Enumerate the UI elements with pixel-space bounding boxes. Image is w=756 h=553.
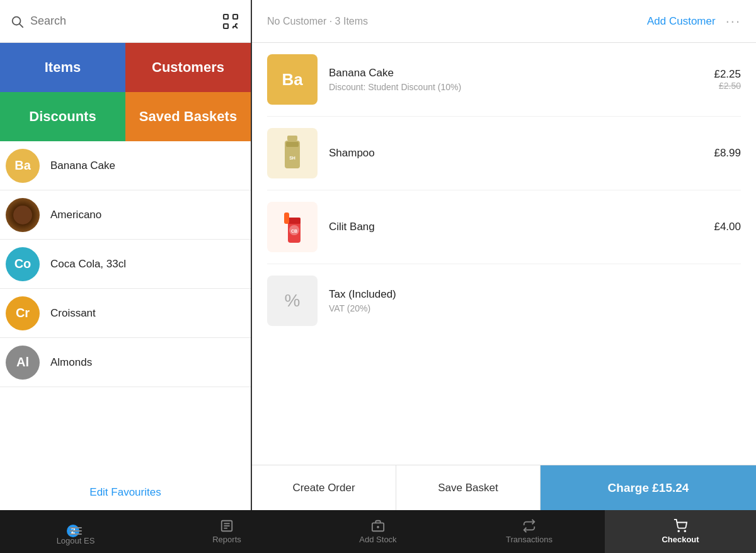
save-basket-button[interactable]: Save Basket: [396, 465, 541, 510]
more-options-button[interactable]: ···: [726, 13, 741, 30]
order-item-price: £4.00: [714, 221, 741, 233]
transactions-icon: [522, 519, 536, 535]
svg-line-1: [20, 24, 23, 27]
order-item-image: %: [267, 276, 318, 326]
nav-item-reports[interactable]: Reports: [151, 510, 302, 553]
item-name: Coca Cola, 33cl: [45, 258, 126, 271]
svg-text:CB: CB: [291, 229, 297, 233]
right-panel: No Customer · 3 Items Add Customer ··· B…: [252, 0, 756, 510]
price-original: £2.50: [714, 81, 741, 91]
coffee-icon: [6, 198, 40, 232]
reports-icon: [220, 519, 234, 535]
item-name: Banana Cake: [45, 160, 115, 172]
order-item-image: SH: [267, 128, 318, 178]
app: Items Customers Discounts Saved Baskets: [0, 0, 756, 553]
order-item-name: Shampoo: [329, 147, 702, 160]
price-current: £2.25: [714, 68, 741, 81]
item-thumb: [0, 190, 45, 240]
svg-point-28: [684, 530, 685, 532]
charge-button[interactable]: Charge £15.24: [541, 465, 756, 510]
menu-icon: [69, 527, 82, 535]
svg-rect-16: [288, 218, 301, 224]
scan-icon[interactable]: [220, 11, 241, 32]
header-actions: Add Customer ···: [647, 13, 741, 30]
order-item[interactable]: CB Cilit Bang £4.00: [267, 190, 741, 264]
list-item[interactable]: Ba Banana Cake: [0, 141, 251, 190]
order-item[interactable]: SH Shampoo £8.99: [267, 117, 741, 190]
checkout-icon: [673, 519, 687, 535]
order-item[interactable]: Ba Banana Cake Discount: Student Discoun…: [267, 43, 741, 117]
order-item-image: Ba: [267, 54, 318, 105]
list-item[interactable]: Cr Croissant: [0, 289, 251, 338]
price-current: £4.00: [714, 221, 741, 233]
item-thumb: Cr: [0, 289, 45, 338]
right-header: No Customer · 3 Items Add Customer ···: [252, 0, 756, 43]
banana-avatar: Ba: [6, 149, 40, 183]
item-name: Almonds: [45, 356, 92, 369]
svg-rect-3: [233, 15, 238, 19]
item-thumb: Co: [0, 240, 45, 289]
add-customer-button[interactable]: Add Customer: [647, 15, 716, 28]
order-item-name: Tax (Included): [329, 288, 741, 301]
coca-avatar: Co: [6, 247, 40, 281]
svg-rect-11: [287, 136, 297, 141]
edit-favourites-button[interactable]: Edit Favourites: [0, 475, 251, 510]
search-icon: [10, 15, 24, 28]
create-order-button[interactable]: Create Order: [252, 465, 396, 510]
action-bar: Create Order Save Basket Charge £15.24: [252, 465, 756, 510]
order-item: % Tax (Included) VAT (20%): [267, 264, 741, 337]
category-items[interactable]: Items: [0, 43, 125, 92]
svg-point-27: [678, 530, 679, 532]
svg-text:SH: SH: [289, 156, 295, 160]
svg-rect-13: [286, 142, 299, 147]
nav-item-add-stock[interactable]: Add Stock: [302, 510, 454, 553]
search-input[interactable]: [30, 15, 214, 28]
add-stock-icon: [371, 519, 385, 535]
order-item-name: Cilit Bang: [329, 221, 702, 233]
main-content: Items Customers Discounts Saved Baskets: [0, 0, 756, 510]
order-item-price: £2.25 £2.50: [714, 68, 741, 91]
order-item-details: Shampoo: [329, 147, 702, 160]
order-info: No Customer · 3 Items: [267, 16, 368, 27]
nav-item-checkout[interactable]: Checkout: [605, 510, 756, 553]
search-bar: [0, 0, 251, 43]
croissant-avatar: Cr: [6, 296, 40, 330]
order-item-details: Tax (Included) VAT (20%): [329, 288, 741, 313]
nav-item-transactions[interactable]: Transactions: [454, 510, 605, 553]
item-list: Ba Banana Cake Americano: [0, 141, 251, 475]
order-item-image: CB: [267, 202, 318, 252]
list-item[interactable]: Al Almonds: [0, 338, 251, 387]
order-item-price: £8.99: [714, 147, 741, 160]
category-saved-baskets[interactable]: Saved Baskets: [125, 92, 251, 141]
order-item-subtitle: Discount: Student Discount (10%): [329, 82, 702, 92]
almonds-avatar: Al: [6, 346, 40, 380]
list-item[interactable]: Americano: [0, 190, 251, 240]
svg-rect-17: [284, 212, 289, 224]
nav-item-logout[interactable]: 2 Logout ES: [0, 510, 151, 553]
item-thumb: Ba: [0, 141, 45, 190]
order-item-name: Banana Cake: [329, 67, 702, 79]
order-items: Ba Banana Cake Discount: Student Discoun…: [252, 43, 756, 465]
category-discounts[interactable]: Discounts: [0, 92, 125, 141]
list-item[interactable]: Co Coca Cola, 33cl: [0, 240, 251, 289]
left-panel: Items Customers Discounts Saved Baskets: [0, 0, 252, 510]
category-grid: Items Customers Discounts Saved Baskets: [0, 43, 251, 141]
svg-line-8: [236, 26, 238, 28]
order-item-details: Banana Cake Discount: Student Discount (…: [329, 67, 702, 92]
bottom-nav: 2 Logout ES Reports: [0, 510, 756, 553]
svg-rect-4: [224, 24, 228, 28]
item-name: Croissant: [45, 307, 96, 320]
order-item-details: Cilit Bang: [329, 221, 702, 233]
item-name: Americano: [45, 209, 101, 221]
item-thumb: Al: [0, 338, 45, 387]
svg-rect-2: [224, 15, 228, 19]
order-item-subtitle: VAT (20%): [329, 303, 741, 313]
category-customers[interactable]: Customers: [125, 43, 251, 92]
price-current: £8.99: [714, 147, 741, 160]
